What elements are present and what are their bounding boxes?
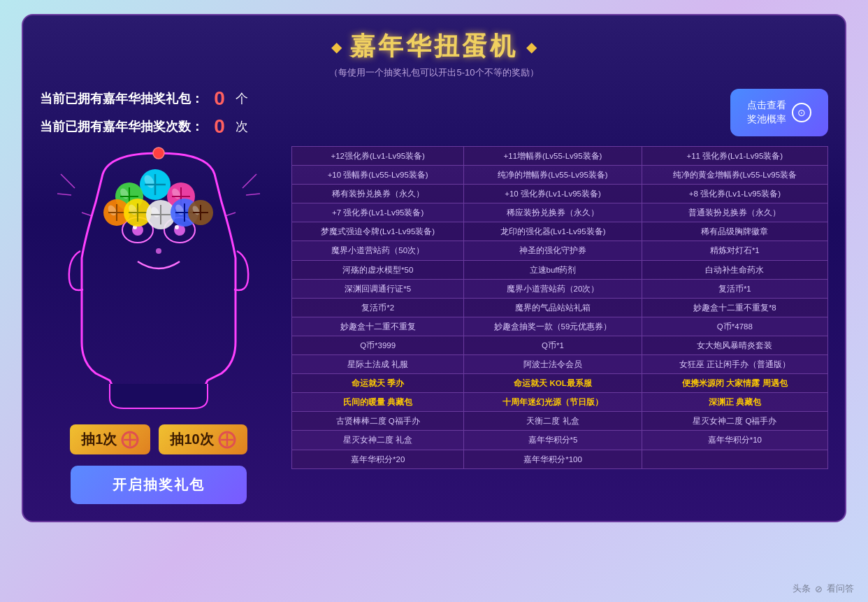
svg-point-46 xyxy=(153,148,164,159)
table-row: 深渊正 典藏包 xyxy=(642,393,827,412)
table-row: 嘉年华积分*5 xyxy=(464,431,642,450)
label1: 当前已拥有嘉年华抽奖礼包： xyxy=(40,90,203,107)
draw-ten-icon[interactable] xyxy=(218,431,236,449)
table-row: 天衡二度 礼盒 xyxy=(464,412,642,431)
table-row: 复活币*1 xyxy=(642,279,827,298)
machine-art-svg xyxy=(50,146,267,419)
table-row: +10 强化券(Lv1-Lv95装备) xyxy=(464,185,642,203)
prize-table: +12强化券(Lv1-Lv95装备)+11增幅券(Lv55-Lv95装备)+11… xyxy=(291,146,828,469)
info-row-1: 当前已拥有嘉年华抽奖礼包： 0 个 xyxy=(40,87,248,110)
table-row: 星灭女神二度 礼盒 xyxy=(292,431,464,450)
table-row: +12强化券(Lv1-Lv95装备) xyxy=(292,147,464,166)
table-row: Q币*1 xyxy=(464,336,642,354)
svg-point-13 xyxy=(156,248,161,254)
watermark-site1: 头条 xyxy=(793,582,811,595)
table-row: 命运就天 季办 xyxy=(292,374,464,393)
table-row: 立速buff药剂 xyxy=(464,260,642,279)
info-section: 当前已拥有嘉年华抽奖礼包： 0 个 当前已拥有嘉年华抽奖次数： 0 次 点击查看… xyxy=(40,87,828,138)
main-container: ◆ 嘉年华扭蛋机 ◆ （每使用一个抽奖礼包可以开出5-10个不等的奖励） 当前已… xyxy=(22,14,846,522)
svg-line-1 xyxy=(57,194,71,195)
table-row: 女大炮风暴晴炎套装 xyxy=(642,336,827,354)
content-area: 抽1次 抽10次 开启抽奖礼包 xyxy=(40,146,828,504)
table-row: 命运就天 KOL最系服 xyxy=(464,374,642,393)
table-row: +10 强幅券(Lv55-Lv95装备) xyxy=(292,166,464,185)
table-row: 普通装扮兑换券（永久） xyxy=(642,203,827,222)
table-row: 古贤棒棒二度 Q福手办 xyxy=(292,412,464,431)
svg-line-3 xyxy=(246,194,260,195)
unit1: 个 xyxy=(236,90,248,107)
table-row: 精炼对灯石*1 xyxy=(642,241,827,260)
draw-ten-label: 抽10次 xyxy=(170,430,213,449)
svg-line-5 xyxy=(82,213,92,216)
prize-table-area: +12强化券(Lv1-Lv95装备)+11增幅券(Lv55-Lv95装备)+11… xyxy=(291,146,828,504)
table-row xyxy=(642,450,827,468)
table-row: 嘉年华积分*20 xyxy=(292,450,464,468)
svg-line-0 xyxy=(61,174,75,188)
table-row: 便携米源闭 大家情露 周遇包 xyxy=(642,374,827,393)
right-diamond-icon: ◆ xyxy=(526,38,537,55)
table-row: Q币*3999 xyxy=(292,336,464,354)
table-row: 妙趣盒十二重不重复 xyxy=(292,317,464,336)
table-row: 星际土法成 礼服 xyxy=(292,355,464,374)
table-row: +11 强化券(Lv1-Lv95装备) xyxy=(642,147,827,166)
table-row: 魔界的气品站站礼箱 xyxy=(464,298,642,317)
table-row: 复活币*2 xyxy=(292,298,464,317)
view-btn-circle-icon: ⊙ xyxy=(792,103,811,122)
svg-point-12 xyxy=(175,225,179,229)
table-row: Q币*4788 xyxy=(642,317,827,336)
subtitle: （每使用一个抽奖礼包可以开出5-10个不等的奖励） xyxy=(40,66,828,79)
open-gift-button[interactable]: 开启抽奖礼包 xyxy=(71,466,247,504)
table-row: 魔界小道营站药（20次） xyxy=(464,279,642,298)
label2: 当前已拥有嘉年华抽奖次数： xyxy=(40,118,203,135)
table-row: 嘉年华积分*100 xyxy=(464,450,642,468)
draw-once-icon[interactable] xyxy=(121,431,139,449)
table-row: 龙印的强化器(Lv1-Lv95装备) xyxy=(464,222,642,241)
value1: 0 xyxy=(209,87,230,110)
table-row: 纯净的黄金增幅券(Lv55-Lv95装备 xyxy=(642,166,827,185)
svg-line-2 xyxy=(243,174,256,188)
unit2: 次 xyxy=(236,118,248,135)
header-area: ◆ 嘉年华扭蛋机 ◆ （每使用一个抽奖礼包可以开出5-10个不等的奖励） xyxy=(40,29,828,79)
main-title: 嘉年华扭蛋机 xyxy=(350,29,518,64)
table-row: 女狂巫 正让闲手办（普通版） xyxy=(642,355,827,374)
table-row: 稀有装扮兑换券（永久） xyxy=(292,185,464,203)
table-row: 白动补生命药水 xyxy=(642,260,827,279)
table-row: +8 强化券(Lv1-Lv95装备) xyxy=(642,185,827,203)
info-row-2: 当前已拥有嘉年华抽奖次数： 0 次 xyxy=(40,115,248,138)
table-row: 魔界小道营站药（50次） xyxy=(292,241,464,260)
table-row: 神圣的强化守护券 xyxy=(464,241,642,260)
watermark-divider: ⊘ xyxy=(815,584,823,594)
watermark: 头条 ⊘ 看问答 xyxy=(793,582,854,595)
svg-line-6 xyxy=(225,213,236,216)
table-row: +7 强化券(Lv1-Lv95装备) xyxy=(292,203,464,222)
gacha-machine: 抽1次 抽10次 开启抽奖礼包 xyxy=(40,146,277,504)
table-row: 稀有品级胸牌徽章 xyxy=(642,222,827,241)
table-row: 十周年迷幻光源（节日版） xyxy=(464,393,642,412)
table-row: 妙趣盒抽奖一款（59元优惠券） xyxy=(464,317,642,336)
view-btn-text: 点击查看 奖池概率 xyxy=(747,99,786,126)
draw-once-label: 抽1次 xyxy=(81,430,117,449)
table-row: 阿波士法令会员 xyxy=(464,355,642,374)
draw-buttons: 抽1次 抽10次 xyxy=(70,424,247,454)
left-diamond-icon: ◆ xyxy=(331,38,342,55)
table-row: 妙趣盒十二重不重复*8 xyxy=(642,298,827,317)
info-left: 当前已拥有嘉年华抽奖礼包： 0 个 当前已拥有嘉年华抽奖次数： 0 次 xyxy=(40,87,248,138)
table-row: 梦魔式强迫令牌(Lv1-Lv95装备) xyxy=(292,222,464,241)
title-row: ◆ 嘉年华扭蛋机 ◆ xyxy=(40,29,828,64)
table-row: 深渊回调通行证*5 xyxy=(292,279,464,298)
table-row: 稀应装扮兑换券（永久） xyxy=(464,203,642,222)
table-row: 河殇的虚水模型*50 xyxy=(292,260,464,279)
table-row: +11增幅券(Lv55-Lv95装备) xyxy=(464,147,642,166)
watermark-site2: 看问答 xyxy=(827,582,854,595)
view-odds-button[interactable]: 点击查看 奖池概率 ⊙ xyxy=(730,89,828,136)
table-row: 氏间的暖量 典藏包 xyxy=(292,393,464,412)
table-row: 嘉年华积分*10 xyxy=(642,431,827,450)
table-row: 星灭女神二度 Q福手办 xyxy=(642,412,827,431)
table-row: 纯净的增幅券(Lv55-Lv95装备) xyxy=(464,166,642,185)
value2: 0 xyxy=(209,115,230,138)
